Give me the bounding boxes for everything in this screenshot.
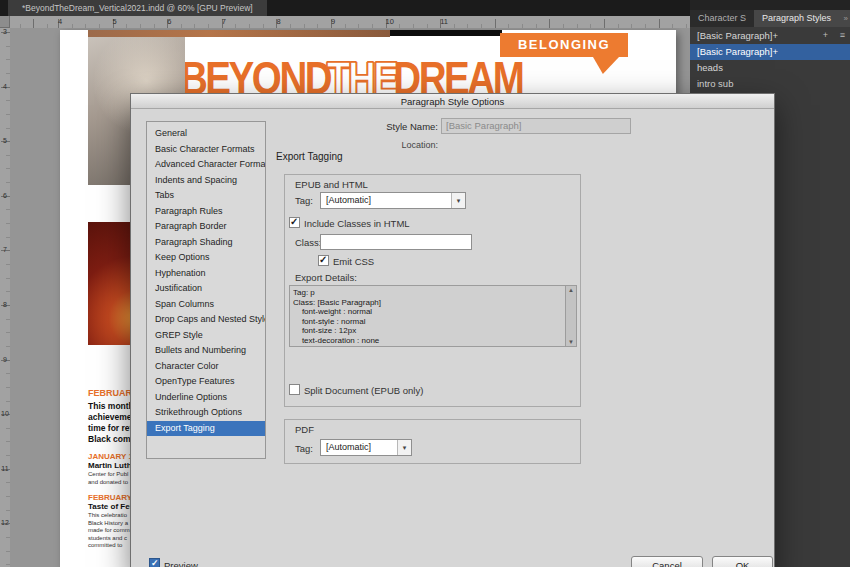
emit-css-label: Emit CSS: [333, 256, 374, 267]
epub-tag-value: [Automatic]: [326, 193, 371, 208]
document-tab-title: *BeyondTheDream_Vertical2021.indd @ 60% …: [22, 3, 253, 13]
dialog-section-item[interactable]: Character Color: [147, 359, 265, 375]
export-details-box: Tag: pClass: [Basic Paragraph] font-weig…: [289, 285, 577, 347]
ruler-origin-corner: [0, 16, 10, 28]
dialog-section-item[interactable]: Basic Character Formats: [147, 142, 265, 158]
ruler-number: 11: [1, 465, 9, 520]
location-label: Location:: [358, 140, 438, 150]
panel-tab-bar: Character S Paragraph Styles »: [690, 10, 850, 27]
include-classes-checkbox[interactable]: [289, 217, 300, 228]
style-list: [Basic Paragraph]+headsintro sub: [690, 44, 850, 92]
include-classes-label: Include Classes in HTML: [304, 218, 410, 229]
paragraph-style-row[interactable]: intro sub: [690, 76, 850, 92]
dialog-section-item[interactable]: OpenType Features: [147, 374, 265, 390]
export-details-text: Tag: pClass: [Basic Paragraph] font-weig…: [293, 288, 563, 344]
ruler-number: 7: [222, 16, 277, 28]
pdf-group-title: PDF: [295, 424, 314, 435]
ruler-number: 9: [331, 16, 386, 28]
scroll-down-icon[interactable]: ▼: [566, 339, 576, 345]
pdf-tag-dropdown[interactable]: [Automatic] ▾: [320, 439, 412, 456]
dialog-section-item[interactable]: Underline Options: [147, 390, 265, 406]
dialog-section-item[interactable]: GREP Style: [147, 328, 265, 344]
ok-button[interactable]: OK: [712, 556, 773, 567]
dialog-section-item[interactable]: Bullets and Numbering: [147, 343, 265, 359]
style-name-label: Style Name:: [358, 121, 438, 132]
ruler-number: 6: [167, 16, 222, 28]
ruler-number: 7: [1, 246, 9, 301]
epub-html-group: EPUB and HTML Tag: [Automatic] ▾ Include…: [284, 174, 581, 407]
dialog-section-item[interactable]: Paragraph Shading: [147, 235, 265, 251]
dialog-section-item[interactable]: Hyphenation: [147, 266, 265, 282]
epub-tag-dropdown[interactable]: [Automatic] ▾: [320, 192, 466, 209]
dialog-section-item[interactable]: Advanced Character Formats: [147, 157, 265, 173]
chevron-down-icon: ▾: [451, 193, 465, 208]
dialog-section-item[interactable]: Strikethrough Options: [147, 405, 265, 421]
ruler-number: 10: [1, 410, 9, 465]
emit-css-checkbox[interactable]: [318, 255, 329, 266]
ruler-number: 6: [1, 192, 9, 247]
epub-tag-label: Tag:: [295, 195, 313, 206]
export-detail-line: Tag: p: [293, 288, 563, 298]
dialog-section-item[interactable]: General: [147, 126, 265, 142]
dialog-section-item[interactable]: Paragraph Border: [147, 219, 265, 235]
scroll-up-icon[interactable]: ▲: [566, 287, 576, 293]
ruler-number: 8: [1, 301, 9, 356]
dialog-section-list: GeneralBasic Character FormatsAdvanced C…: [146, 121, 266, 459]
ruler-number: 11: [440, 16, 495, 28]
split-document-checkbox[interactable]: [289, 384, 300, 395]
ruler-number: 5: [1, 137, 9, 192]
dialog-section-item[interactable]: Justification: [147, 281, 265, 297]
ruler-number: 10: [386, 16, 441, 28]
ruler-number: 4: [1, 83, 9, 138]
style-name-field: [Basic Paragraph]: [441, 118, 631, 134]
details-scrollbar[interactable]: ▲ ▼: [565, 286, 576, 346]
panel-menu-icon[interactable]: ≡: [840, 27, 845, 44]
indesign-window: *BeyondTheDream_Vertical2021.indd @ 60% …: [0, 0, 850, 567]
dialog-section-item[interactable]: Span Columns: [147, 297, 265, 313]
document-tab[interactable]: *BeyondTheDream_Vertical2021.indd @ 60% …: [8, 0, 267, 16]
current-style-row: [Basic Paragraph]+ + ≡: [690, 27, 850, 44]
create-style-icon[interactable]: +: [823, 27, 828, 44]
dialog-section-item[interactable]: Tabs: [147, 188, 265, 204]
preview-checkbox[interactable]: [149, 558, 160, 567]
ruler-number: 3: [1, 28, 9, 83]
preview-label: Preview: [164, 560, 198, 567]
paragraph-style-row[interactable]: heads: [690, 60, 850, 76]
export-detail-line: Class: [Basic Paragraph]: [293, 298, 563, 308]
split-document-label: Split Document (EPUB only): [304, 385, 423, 396]
ruler-number: 5: [113, 16, 168, 28]
export-detail-line: font-weight : normal: [293, 307, 563, 317]
horizontal-ruler: 4567891011: [10, 16, 690, 28]
export-detail-line: text-decoration : none: [293, 336, 563, 345]
ruler-number: 4: [58, 16, 113, 28]
class-input[interactable]: [320, 234, 472, 250]
tab-paragraph-styles[interactable]: Paragraph Styles: [754, 10, 850, 27]
cancel-button[interactable]: Cancel: [631, 556, 703, 567]
dialog-section-item[interactable]: Export Tagging: [147, 421, 265, 437]
vertical-ruler: 3456789101112: [0, 16, 10, 567]
collapse-panel-icon[interactable]: »: [844, 10, 848, 27]
paragraph-style-row[interactable]: [Basic Paragraph]+: [690, 44, 850, 60]
epub-html-group-title: EPUB and HTML: [295, 179, 368, 190]
dialog-title[interactable]: Paragraph Style Options: [131, 94, 774, 109]
chevron-down-icon: ▾: [397, 440, 411, 455]
dialog-section-item[interactable]: Paragraph Rules: [147, 204, 265, 220]
paragraph-style-options-dialog: Paragraph Style Options GeneralBasic Cha…: [130, 93, 775, 567]
current-style-name: [Basic Paragraph]+: [697, 30, 778, 41]
ruler-number: 8: [276, 16, 331, 28]
top-photo-strip: [88, 30, 390, 37]
tab-character-styles[interactable]: Character S: [690, 10, 754, 27]
export-details-label: Export Details:: [295, 272, 357, 283]
dialog-section-item[interactable]: Drop Caps and Nested Styles: [147, 312, 265, 328]
black-design-bar: [390, 30, 502, 36]
ruler-number: 12: [1, 519, 9, 567]
pdf-tag-label: Tag:: [295, 443, 313, 454]
belonging-badge-pointer: [593, 57, 619, 74]
dialog-section-item[interactable]: Indents and Spacing: [147, 173, 265, 189]
class-label: Class:: [295, 237, 321, 248]
pdf-tag-value: [Automatic]: [326, 440, 371, 455]
export-detail-line: font-size : 12px: [293, 326, 563, 336]
export-detail-line: font-style : normal: [293, 317, 563, 327]
dialog-section-item[interactable]: Keep Options: [147, 250, 265, 266]
pdf-group: PDF Tag: [Automatic] ▾: [284, 419, 581, 464]
